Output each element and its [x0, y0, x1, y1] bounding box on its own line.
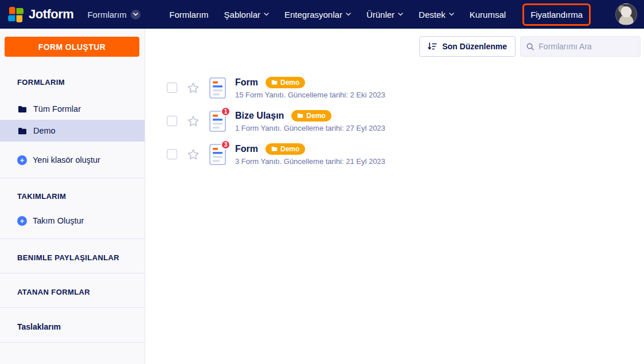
jotform-logo-icon	[8, 7, 24, 22]
nav-item-entegrasyonlar[interactable]: Entegrasyonlar	[284, 10, 351, 19]
nav-item-destek[interactable]: Destek	[419, 10, 454, 19]
folder-badge: Demo	[291, 110, 331, 122]
form-title[interactable]: Bize Ulaşın	[235, 111, 284, 121]
sidebar-item-label: Tüm Formlar	[33, 104, 81, 113]
plus-icon: +	[17, 216, 27, 226]
sort-label: Son Düzenlenme	[442, 42, 507, 51]
create-form-button[interactable]: FORM OLUŞTUR	[5, 37, 139, 57]
chevron-down-icon	[264, 13, 269, 16]
form-title[interactable]: Form	[235, 144, 258, 154]
row-checkbox[interactable]	[167, 116, 177, 126]
sidebar-item-label: Demo	[33, 126, 56, 135]
chevron-down-icon	[131, 10, 140, 19]
nav-item-urunler[interactable]: Ürünler	[366, 10, 403, 19]
nav-item-formlarim[interactable]: Formlarım	[169, 10, 208, 19]
form-text: Bize Ulaşın Demo 1 Form Yanıtı. Güncelle…	[235, 110, 385, 132]
list-toolbar: Son Düzenlenme	[146, 29, 644, 64]
folder-icon	[297, 113, 303, 118]
divider	[0, 342, 145, 343]
chevron-down-icon	[398, 13, 403, 16]
chevron-down-icon	[449, 13, 454, 16]
section-header-shared-with-me[interactable]: BENIMLE PAYLAŞILANLAR	[0, 253, 145, 262]
sort-button[interactable]: Son Düzenlenme	[419, 36, 516, 57]
brand-name: Jotform	[29, 7, 73, 22]
avatar[interactable]	[615, 3, 637, 25]
row-checkbox[interactable]	[167, 149, 177, 159]
section-header-my-forms: FORMLARIM	[0, 78, 145, 87]
form-meta: 15 Form Yanıtı. Güncelleme tarihi: 2 Eki…	[235, 91, 385, 99]
nav-item-kurumsal[interactable]: Kurumsal	[470, 10, 506, 19]
brand[interactable]: Jotform	[8, 7, 73, 22]
sort-icon	[428, 42, 437, 50]
form-text: Form Demo 15 Form Yanıtı. Güncelleme tar…	[235, 77, 385, 99]
top-navbar: Jotform Formlarım Formlarım Şablonlar En…	[0, 0, 644, 29]
form-text: Form Demo 3 Form Yanıtı. Güncelleme tari…	[235, 143, 385, 166]
search-box[interactable]	[520, 36, 641, 57]
form-icon: 3	[209, 144, 226, 165]
form-meta: 1 Form Yanıtı. Güncelleme tarihi: 27 Eyl…	[235, 124, 385, 132]
form-title[interactable]: Form	[235, 77, 258, 88]
form-list: Form Demo 15 Form Yanıtı. Güncelleme tar…	[146, 71, 644, 171]
folder-badge-label: Demo	[306, 112, 325, 120]
favorite-star-icon[interactable]	[187, 82, 200, 94]
search-input[interactable]	[538, 42, 634, 51]
workspace-label: Formlarım	[87, 10, 126, 19]
main-navigation: Formlarım Şablonlar Entegrasyonlar Ürünl…	[169, 3, 637, 26]
new-folder-label: Yeni klasör oluştur	[33, 155, 100, 165]
new-folder-button[interactable]: + Yeni klasör oluştur	[0, 153, 145, 167]
folder-icon	[17, 105, 27, 113]
sidebar-item-all-forms[interactable]: Tüm Formlar	[0, 98, 145, 120]
divider	[0, 273, 145, 273]
divider	[0, 238, 145, 239]
sidebar-item-demo-folder[interactable]: Demo	[0, 120, 145, 142]
folder-icon	[271, 146, 278, 151]
unread-count-badge: 1	[221, 107, 231, 116]
folder-icon	[17, 127, 27, 135]
form-icon	[209, 77, 226, 99]
create-team-button[interactable]: + Takım Oluştur	[0, 214, 145, 228]
section-header-my-teams: TAKIMLARIM	[0, 192, 145, 201]
sidebar: FORM OLUŞTUR FORMLARIM Tüm Formlar Demo …	[0, 29, 145, 364]
favorite-star-icon[interactable]	[187, 115, 200, 127]
workspace-switcher[interactable]: Formlarım	[87, 10, 140, 19]
folder-badge: Demo	[266, 143, 305, 155]
unread-count-badge: 3	[221, 140, 231, 150]
folder-badge-label: Demo	[280, 145, 299, 153]
form-row[interactable]: 3 Form Demo 3 Form Yanıtı. Güncelleme ta…	[146, 138, 644, 171]
chevron-down-icon	[346, 13, 351, 16]
sidebar-item-drafts[interactable]: Taslaklarım	[0, 322, 145, 331]
create-team-label: Takım Oluştur	[33, 216, 84, 225]
folder-badge: Demo	[266, 77, 305, 88]
search-icon	[526, 42, 534, 51]
folder-icon	[271, 80, 278, 85]
row-checkbox[interactable]	[167, 83, 177, 93]
divider	[0, 307, 145, 308]
folder-badge-label: Demo	[280, 79, 299, 87]
form-row[interactable]: Form Demo 15 Form Yanıtı. Güncelleme tar…	[146, 71, 644, 104]
nav-item-sablonlar[interactable]: Şablonlar	[224, 10, 269, 19]
form-meta: 3 Form Yanıtı. Güncelleme tarihi: 21 Eyl…	[235, 157, 385, 166]
main-content: Son Düzenlenme Form	[146, 29, 644, 364]
plus-icon: +	[17, 155, 27, 165]
favorite-star-icon[interactable]	[187, 148, 200, 161]
divider	[0, 178, 145, 178]
highlight-annotation-box: Fiyatlandırma	[522, 3, 591, 26]
form-row[interactable]: 1 Bize Ulaşın Demo 1 Form Yanıtı. Güncel…	[146, 104, 644, 138]
nav-item-fiyatlandirma[interactable]: Fiyatlandırma	[530, 10, 583, 19]
form-icon: 1	[209, 111, 226, 132]
section-header-assigned-forms[interactable]: ATANAN FORMLAR	[0, 288, 145, 296]
